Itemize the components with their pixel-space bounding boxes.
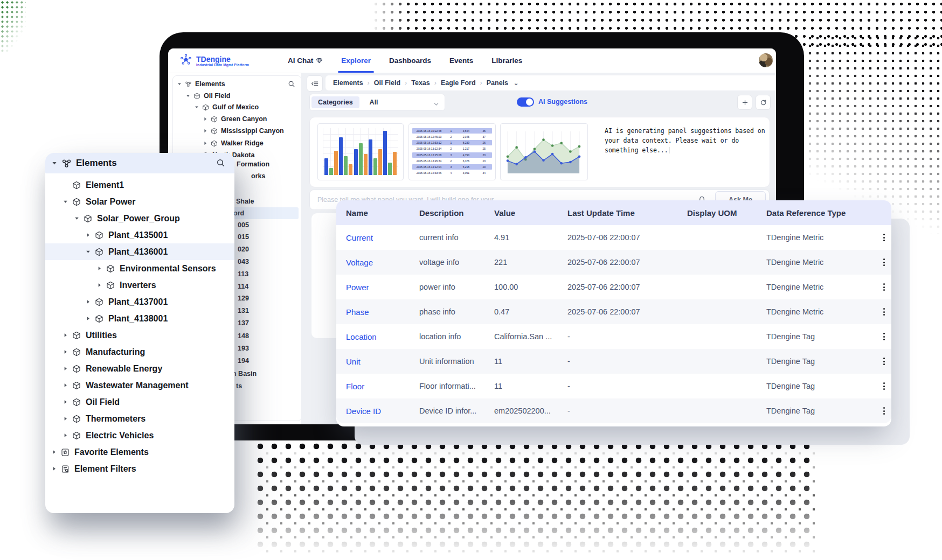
tree-item-fragment[interactable]: 020 — [238, 246, 249, 253]
caret-right-icon[interactable] — [63, 416, 72, 421]
user-avatar[interactable] — [759, 53, 773, 67]
caret-right-icon[interactable] — [203, 141, 211, 145]
chevron-down-icon[interactable] — [433, 100, 439, 106]
tree-item-renewable-energy[interactable]: Renewable Energy — [45, 360, 234, 377]
row-name-link[interactable]: Power — [346, 275, 369, 299]
tree-item-solar-power[interactable]: Solar Power — [45, 193, 234, 210]
categories-select[interactable]: All — [370, 99, 378, 106]
tree-item-plant-4138001[interactable]: Plant_4138001 — [45, 310, 234, 327]
row-name-link[interactable]: Floor — [346, 374, 364, 398]
row-actions-menu[interactable] — [878, 355, 889, 367]
row-name-link[interactable]: Current — [346, 225, 373, 250]
caret-down-icon[interactable] — [52, 158, 61, 168]
suggested-panel-bar-chart[interactable] — [317, 123, 404, 180]
row-actions-menu[interactable] — [878, 331, 889, 342]
caret-right-icon[interactable] — [86, 316, 95, 321]
tree-item-fragment[interactable]: ord — [233, 209, 244, 217]
tree-item-gulf-of-mexico[interactable]: Gulf of Mexico — [195, 101, 259, 113]
tree-item-fragment[interactable]: 015 — [238, 233, 249, 241]
row-name-link[interactable]: Unit — [346, 349, 361, 374]
tree-item-element-filters[interactable]: Element Filters — [45, 460, 234, 477]
collapse-sidebar-button[interactable] — [307, 75, 323, 92]
caret-right-icon[interactable] — [63, 383, 72, 388]
tree-item-plant-4136001[interactable]: Plant_4136001 — [45, 243, 234, 260]
refresh-button[interactable] — [756, 95, 771, 110]
nav-item-dashboards[interactable]: Dashboards — [389, 48, 431, 73]
tree-item-mississippi-canyon[interactable]: Mississippi Canyon — [203, 125, 284, 137]
caret-down-icon[interactable] — [186, 94, 193, 98]
search-icon[interactable] — [216, 158, 225, 167]
tree-item-green-canyon[interactable]: Green Canyon — [203, 113, 267, 125]
caret-right-icon[interactable] — [63, 333, 72, 338]
tree-item-fragment[interactable]: 137 — [238, 319, 249, 327]
caret-down-icon[interactable] — [86, 249, 95, 254]
tree-item-utilities[interactable]: Utilities — [45, 327, 234, 344]
tree-item-fragment[interactable]: orks — [251, 172, 265, 180]
tree-item-oil-field[interactable]: Oil Field — [45, 394, 234, 410]
caret-right-icon[interactable] — [63, 366, 72, 371]
caret-down-icon[interactable] — [74, 216, 84, 221]
tree-item-oil-field[interactable]: Oil Field — [186, 90, 230, 102]
tree-item-fragment[interactable]: 129 — [238, 295, 249, 302]
suggested-panel-table[interactable]: 2025-05-16 10:22:4813,544352025-05-16 12… — [408, 123, 496, 180]
caret-right-icon[interactable] — [86, 299, 95, 304]
tree-item-inverters[interactable]: Inverters — [45, 277, 234, 293]
tree-item-solar-power-group[interactable]: Solar_Power_Group — [45, 210, 234, 227]
nav-item-explorer[interactable]: Explorer — [341, 48, 371, 73]
nav-item-events[interactable]: Events — [449, 48, 473, 73]
caret-right-icon[interactable] — [52, 466, 61, 471]
row-name-link[interactable]: Location — [346, 324, 377, 349]
tree-item-fragment[interactable]: Shale — [236, 198, 254, 205]
caret-down-icon[interactable] — [63, 199, 72, 204]
tree-item-plant-4135001[interactable]: Plant_4135001 — [45, 227, 234, 243]
elements-tree-header[interactable]: Elements — [45, 153, 234, 173]
row-actions-menu[interactable] — [878, 232, 889, 243]
caret-right-icon[interactable] — [86, 233, 95, 237]
tree-item-fragment[interactable]: n Basin — [232, 370, 257, 377]
breadcrumb-item-elements[interactable]: Elements — [333, 79, 363, 87]
row-actions-menu[interactable] — [878, 380, 889, 392]
breadcrumb-item-oil-field[interactable]: Oil Field — [374, 79, 400, 87]
tree-item-fragment[interactable]: 148 — [238, 332, 249, 340]
tree-item-fragment[interactable]: 114 — [238, 283, 248, 290]
chevron-down-icon[interactable]: ⌄ — [514, 80, 518, 87]
tree-item-electric-vehicles[interactable]: Electric Vehicles — [45, 427, 234, 444]
row-actions-menu[interactable] — [878, 281, 889, 293]
row-name-link[interactable]: Device ID — [346, 398, 381, 423]
breadcrumb-item-panels[interactable]: Panels — [487, 79, 508, 87]
row-name-link[interactable]: Phase — [346, 299, 369, 324]
brand[interactable]: TDengine Industrial Data Mgmt Platform — [179, 53, 249, 69]
caret-right-icon[interactable] — [52, 450, 61, 454]
row-actions-menu[interactable] — [878, 405, 889, 417]
caret-right-icon[interactable] — [63, 349, 72, 354]
row-actions-menu[interactable] — [878, 306, 889, 318]
suggested-panel-line-chart[interactable] — [500, 123, 588, 180]
tree-item-fragment[interactable]: 043 — [238, 258, 249, 265]
tree-item-fragment[interactable]: 131 — [238, 307, 249, 314]
caret-right-icon[interactable] — [97, 283, 106, 288]
tree-item-fragment[interactable]: 193 — [238, 345, 249, 352]
tree-item-element1[interactable]: Element1 — [45, 177, 234, 193]
caret-right-icon[interactable] — [97, 266, 106, 271]
row-name-link[interactable]: Voltage — [346, 250, 373, 275]
nav-item-libraries[interactable]: Libraries — [491, 48, 522, 73]
tree-item-favorite-elements[interactable]: Favorite Elements — [45, 444, 234, 460]
tree-item-environmental-sensors[interactable]: Environmental Sensors — [45, 260, 234, 277]
row-actions-menu[interactable] — [878, 256, 889, 268]
breadcrumb-item-texas[interactable]: Texas — [411, 79, 430, 87]
tree-item-plant-4137001[interactable]: Plant_4137001 — [45, 293, 234, 310]
search-icon[interactable] — [288, 80, 295, 88]
caret-down-icon[interactable] — [195, 105, 202, 109]
ai-suggestions-toggle[interactable] — [517, 97, 534, 107]
tree-item-fragment[interactable]: 194 — [238, 357, 249, 365]
tree-item-thermometers[interactable]: Thermometers — [45, 410, 234, 427]
tree-item-walker-ridge[interactable]: Walker Ridge — [203, 137, 264, 149]
tree-item-manufacturing[interactable]: Manufacturing — [45, 344, 234, 360]
caret-right-icon[interactable] — [63, 400, 72, 404]
nav-item-ai-chat[interactable]: AI Chat — [288, 48, 323, 73]
tree-item-fragment[interactable]: Formation — [237, 160, 269, 168]
tree-item-fragment[interactable]: 005 — [238, 221, 249, 229]
caret-right-icon[interactable] — [203, 129, 211, 133]
caret-down-icon[interactable] — [177, 82, 185, 86]
caret-right-icon[interactable] — [63, 433, 72, 438]
